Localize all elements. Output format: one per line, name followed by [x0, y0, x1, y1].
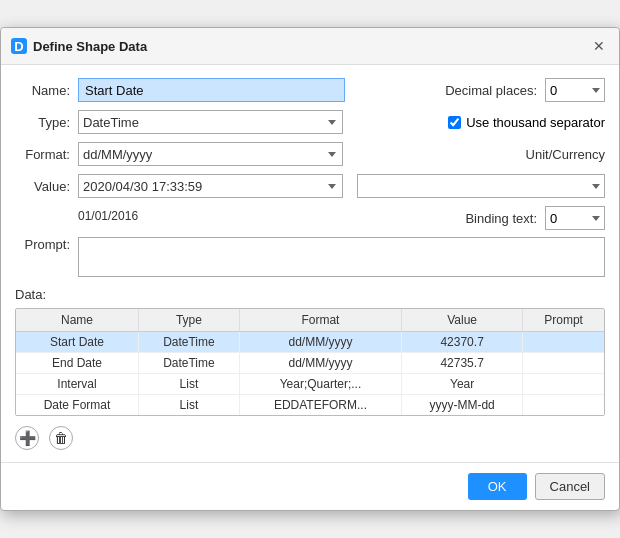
- dialog-title: Define Shape Data: [33, 39, 147, 54]
- data-table: Name Type Format Value Prompt Start Date…: [16, 309, 604, 415]
- table-row[interactable]: Start DateDateTimedd/MM/yyyy42370.7: [16, 332, 604, 353]
- data-section-label: Data:: [15, 287, 605, 302]
- table-row[interactable]: IntervalListYear;Quarter;...Year: [16, 374, 604, 395]
- name-label: Name:: [15, 83, 70, 98]
- col-type: Type: [138, 309, 239, 332]
- close-button[interactable]: ✕: [589, 36, 609, 56]
- unit-select[interactable]: [357, 174, 606, 198]
- table-row[interactable]: End DateDateTimedd/MM/yyyy42735.7: [16, 353, 604, 374]
- col-prompt: Prompt: [523, 309, 604, 332]
- col-name: Name: [16, 309, 138, 332]
- value-label: Value:: [15, 179, 70, 194]
- decimal-label: Decimal places:: [445, 83, 537, 98]
- name-input[interactable]: [78, 78, 345, 102]
- table-header-row: Name Type Format Value Prompt: [16, 309, 604, 332]
- define-shape-data-dialog: D Define Shape Data ✕ Name: Decimal plac…: [0, 27, 620, 511]
- binding-select[interactable]: 0: [545, 206, 605, 230]
- decimal-select[interactable]: 012: [545, 78, 605, 102]
- delete-row-button[interactable]: 🗑: [49, 426, 73, 450]
- type-select[interactable]: DateTime String Number List: [78, 110, 343, 134]
- type-label: Type:: [15, 115, 70, 130]
- format-select[interactable]: dd/MM/yyyy MM/dd/yyyy yyyy-MM-dd: [78, 142, 343, 166]
- ok-button[interactable]: OK: [468, 473, 527, 500]
- col-value: Value: [402, 309, 523, 332]
- table-row[interactable]: Date FormatListEDDATEFORM...yyyy-MM-dd: [16, 395, 604, 416]
- title-bar: D Define Shape Data ✕: [1, 28, 619, 65]
- dialog-body: Name: Decimal places: 012 Type: DateTime…: [1, 65, 619, 462]
- unit-row: Value: 2020/04/30 17:33:59: [15, 173, 605, 199]
- subvalue-binding-row: 01/01/2016 Binding text: 0: [15, 205, 605, 231]
- binding-label: Binding text:: [465, 211, 537, 226]
- type-row: Type: DateTime String Number List Use th…: [15, 109, 605, 135]
- sub-value: 01/01/2016: [78, 209, 338, 223]
- data-table-wrapper: Name Type Format Value Prompt Start Date…: [15, 308, 605, 416]
- name-row: Name: Decimal places: 012: [15, 77, 605, 103]
- thousand-separator-checkbox[interactable]: [448, 116, 461, 129]
- dialog-icon: D: [11, 38, 27, 54]
- action-bar: ➕ 🗑: [15, 426, 605, 450]
- thousand-separator-label: Use thousand separator: [466, 115, 605, 130]
- format-row: Format: dd/MM/yyyy MM/dd/yyyy yyyy-MM-dd…: [15, 141, 605, 167]
- format-label: Format:: [15, 147, 70, 162]
- prompt-row: Prompt:: [15, 237, 605, 277]
- unit-label: Unit/Currency: [526, 147, 605, 162]
- prompt-textarea[interactable]: [78, 237, 605, 277]
- dialog-footer: OK Cancel: [1, 462, 619, 510]
- col-format: Format: [239, 309, 401, 332]
- add-row-button[interactable]: ➕: [15, 426, 39, 450]
- cancel-button[interactable]: Cancel: [535, 473, 605, 500]
- prompt-label: Prompt:: [15, 237, 70, 252]
- value-select[interactable]: 2020/04/30 17:33:59: [78, 174, 343, 198]
